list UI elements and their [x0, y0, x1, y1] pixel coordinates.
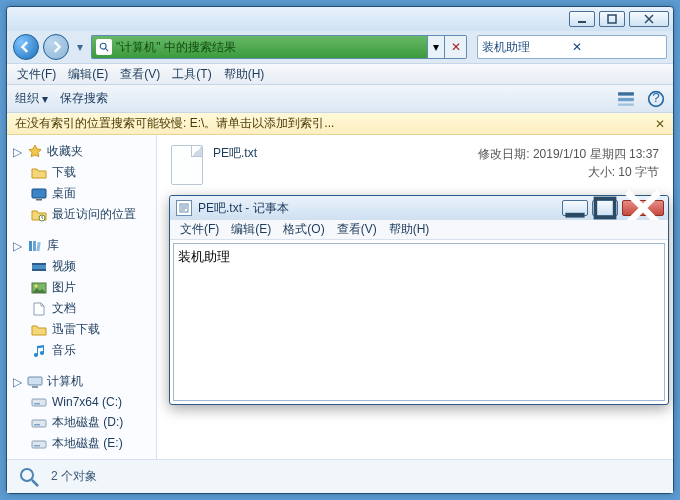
navigation-pane: ▷收藏夹 下载 桌面 最近访问的位置 ▷库 视频 图片 文档 迅雷下载 音乐 ▷…: [7, 135, 157, 459]
explorer-toolbar: 组织 ▾ 保存搜索 ?: [7, 85, 673, 113]
svg-rect-25: [34, 403, 40, 405]
help-button[interactable]: ?: [647, 90, 665, 108]
index-warning-strip[interactable]: 在没有索引的位置搜索可能较慢: E:\。请单击以添加到索引... ✕: [7, 113, 673, 135]
svg-rect-18: [32, 263, 46, 265]
address-dropdown[interactable]: ▾: [427, 35, 445, 59]
svg-rect-6: [618, 92, 634, 95]
notepad-title: PE吧.txt - 记事本: [198, 200, 558, 217]
maximize-button[interactable]: [599, 11, 625, 27]
notepad-maximize-button[interactable]: [592, 200, 618, 216]
save-search-button[interactable]: 保存搜索: [60, 90, 108, 107]
status-bar: 2 个对象: [7, 459, 673, 493]
minimize-button[interactable]: [569, 11, 595, 27]
nav-history-dropdown[interactable]: ▾: [73, 34, 87, 60]
svg-point-4: [100, 43, 106, 49]
sidebar-favorites[interactable]: ▷收藏夹: [9, 141, 154, 162]
sidebar-item-documents[interactable]: 文档: [9, 298, 154, 319]
np-menu-view[interactable]: 查看(V): [331, 221, 383, 238]
svg-rect-14: [29, 241, 32, 251]
svg-rect-29: [34, 445, 40, 447]
svg-point-30: [21, 469, 33, 481]
sidebar-libraries[interactable]: ▷库: [9, 235, 154, 256]
forward-button[interactable]: [43, 34, 69, 60]
menu-help[interactable]: 帮助(H): [218, 66, 271, 83]
result-meta: 修改日期: 2019/1/10 星期四 13:37 大小: 10 字节: [478, 145, 659, 181]
status-count: 2 个对象: [51, 468, 97, 485]
sidebar-item-pictures[interactable]: 图片: [9, 277, 154, 298]
notepad-window: PE吧.txt - 记事本 文件(F) 编辑(E) 格式(O) 查看(V) 帮助…: [169, 195, 669, 405]
notepad-icon: [176, 200, 192, 216]
menu-file[interactable]: 文件(F): [11, 66, 62, 83]
explorer-titlebar: [7, 7, 673, 31]
svg-point-21: [35, 284, 38, 287]
svg-rect-8: [618, 103, 634, 105]
svg-rect-27: [34, 424, 40, 426]
search-clear-button[interactable]: ✕: [570, 40, 662, 54]
svg-rect-22: [28, 377, 42, 385]
pictures-icon: [31, 280, 47, 296]
drive-icon: [31, 415, 47, 431]
documents-icon: [31, 301, 47, 317]
menu-view[interactable]: 查看(V): [114, 66, 166, 83]
organize-button[interactable]: 组织 ▾: [15, 90, 48, 107]
search-icon: [96, 39, 112, 55]
close-button[interactable]: [629, 11, 669, 27]
recent-icon: [31, 207, 47, 223]
desktop-icon: [31, 186, 47, 202]
notepad-text-area[interactable]: 装机助理: [173, 243, 665, 401]
notepad-menubar: 文件(F) 编辑(E) 格式(O) 查看(V) 帮助(H): [170, 220, 668, 240]
np-menu-format[interactable]: 格式(O): [277, 221, 330, 238]
svg-line-31: [32, 480, 38, 486]
view-options-button[interactable]: [617, 90, 635, 108]
star-icon: [27, 144, 43, 160]
menu-edit[interactable]: 编辑(E): [62, 66, 114, 83]
svg-text:?: ?: [652, 90, 660, 105]
notepad-close-button[interactable]: [622, 200, 664, 216]
video-icon: [31, 259, 47, 275]
sidebar-item-drive-e[interactable]: 本地磁盘 (E:): [9, 433, 154, 454]
sidebar-computer[interactable]: ▷计算机: [9, 371, 154, 392]
svg-rect-26: [32, 420, 46, 427]
sidebar-item-thunder[interactable]: 迅雷下载: [9, 319, 154, 340]
menu-tools[interactable]: 工具(T): [166, 66, 217, 83]
svg-rect-12: [36, 199, 42, 201]
sidebar-item-drive-d[interactable]: 本地磁盘 (D:): [9, 412, 154, 433]
svg-rect-16: [36, 241, 40, 250]
folder-icon: [31, 165, 47, 181]
svg-rect-11: [32, 189, 46, 198]
sidebar-item-music[interactable]: 音乐: [9, 340, 154, 361]
address-bar[interactable]: "计算机" 中的搜索结果: [91, 35, 427, 59]
drive-icon: [31, 436, 47, 452]
svg-rect-24: [32, 399, 46, 406]
search-box[interactable]: 装机助理 ✕: [477, 35, 667, 59]
np-menu-help[interactable]: 帮助(H): [383, 221, 436, 238]
svg-line-5: [106, 49, 109, 52]
magnifier-icon: [17, 465, 41, 489]
sidebar-item-downloads[interactable]: 下载: [9, 162, 154, 183]
music-icon: [31, 343, 47, 359]
nav-row: ▾ "计算机" 中的搜索结果 ▾ ✕ 装机助理 ✕: [7, 31, 673, 63]
address-text: "计算机" 中的搜索结果: [116, 39, 236, 56]
notepad-minimize-button[interactable]: [562, 200, 588, 216]
svg-rect-28: [32, 441, 46, 448]
notepad-titlebar[interactable]: PE吧.txt - 记事本: [170, 196, 668, 220]
txt-file-icon: [171, 145, 203, 185]
np-menu-file[interactable]: 文件(F): [174, 221, 225, 238]
folder-icon: [31, 322, 47, 338]
address-bar-wrap: "计算机" 中的搜索结果 ▾ ✕: [91, 35, 467, 59]
address-stop-button[interactable]: ✕: [445, 35, 467, 59]
sidebar-item-videos[interactable]: 视频: [9, 256, 154, 277]
back-button[interactable]: [13, 34, 39, 60]
explorer-menubar: 文件(F) 编辑(E) 查看(V) 工具(T) 帮助(H): [7, 63, 673, 85]
np-menu-edit[interactable]: 编辑(E): [225, 221, 277, 238]
svg-rect-15: [33, 241, 36, 251]
computer-icon: [27, 374, 43, 390]
drive-icon: [31, 394, 47, 410]
index-warning-close[interactable]: ✕: [655, 117, 665, 131]
search-result-row[interactable]: PE吧.txt 修改日期: 2019/1/10 星期四 13:37 大小: 10…: [157, 135, 673, 191]
sidebar-item-desktop[interactable]: 桌面: [9, 183, 154, 204]
search-value: 装机助理: [482, 39, 570, 56]
sidebar-item-drive-c[interactable]: Win7x64 (C:): [9, 392, 154, 412]
sidebar-item-recent[interactable]: 最近访问的位置: [9, 204, 154, 225]
svg-rect-23: [32, 386, 38, 388]
